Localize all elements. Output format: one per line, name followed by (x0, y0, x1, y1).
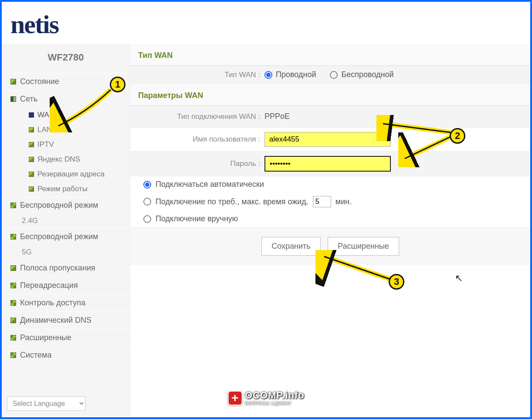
sidebar-sub-label: LAN (37, 125, 52, 134)
sidebar-menu: Состояние Сеть WAN LAN IPTV (2, 73, 130, 393)
device-model: WF2780 (2, 44, 130, 73)
square-icon (10, 335, 16, 341)
watermark-sub: ВОПРОСЫ АДМИНУ (245, 401, 305, 406)
sidebar-sub-label: Режим работы (37, 185, 88, 193)
square-icon (10, 79, 16, 84)
row-wan-type: Тип WAN : Проводной Беспроводной (130, 66, 530, 84)
square-icon (29, 127, 34, 132)
square-icon (29, 186, 34, 192)
square-icon (10, 283, 16, 288)
password-input[interactable] (264, 156, 391, 172)
radio-label: Проводной (276, 70, 316, 79)
sidebar: WF2780 Состояние Сеть WAN LAN (2, 44, 130, 416)
square-icon (29, 172, 34, 177)
sidebar-sub-address-reservation[interactable]: Резервация адреса (2, 167, 130, 182)
radio-wireless[interactable]: Беспроводной (330, 70, 393, 79)
radio-icon (143, 198, 151, 206)
sidebar-sub-label: Резервация адреса (37, 170, 105, 178)
square-icon (29, 157, 34, 162)
conn-type-select[interactable]: PPPoE (264, 110, 290, 123)
sidebar-label: Расширенные (20, 333, 71, 342)
radio-manual-connect[interactable]: Подключение вручную (130, 211, 530, 227)
radio-wired[interactable]: Проводной (264, 70, 316, 79)
radio-label: Подключение вручную (156, 214, 238, 223)
radio-icon (330, 71, 338, 79)
square-icon (10, 265, 16, 271)
radio-icon (264, 71, 272, 79)
radio-on-demand[interactable]: Подключение по треб., макс. время ожид. … (130, 193, 530, 211)
sidebar-sub-yandex-dns[interactable]: Яндекс DNS (2, 152, 130, 167)
square-icon (10, 352, 16, 358)
sidebar-sub-wan[interactable]: WAN (2, 108, 130, 122)
sidebar-label: Беспроводной режим (20, 232, 98, 241)
row-conn-type: Тип подключения WAN : PPPoE (130, 106, 530, 128)
header: netis (2, 2, 530, 44)
sidebar-sub-label: IPTV (37, 140, 54, 149)
sidebar-label: Беспроводной режим (20, 201, 98, 210)
sidebar-item-wireless-24[interactable]: Беспроводной режим (2, 196, 130, 214)
cursor-icon: ↖ (455, 273, 463, 284)
annotation-badge-2: 2 (450, 128, 465, 144)
sidebar-sub-5g[interactable]: 5G (2, 245, 130, 259)
sidebar-sub-iptv[interactable]: IPTV (2, 137, 130, 152)
radio-label: Подключаться автоматически (156, 180, 264, 189)
sidebar-item-ddns[interactable]: Динамический DNS (2, 311, 130, 329)
radio-auto-connect[interactable]: Подключаться автоматически (130, 176, 530, 193)
sidebar-label: Сеть (20, 95, 37, 103)
unit-label: мин. (335, 197, 352, 206)
sidebar-item-network[interactable]: Сеть (2, 90, 130, 108)
sidebar-sub-label: Яндекс DNS (37, 155, 80, 163)
label-conn-type: Тип подключения WAN : (138, 112, 264, 121)
sidebar-item-advanced[interactable]: Расширенные (2, 329, 130, 346)
logo: netis (10, 10, 522, 40)
row-password: Пароль : (130, 152, 530, 176)
section-wan-type: Тип WAN (130, 44, 530, 66)
plus-icon: + (227, 391, 242, 405)
sidebar-label: Система (20, 351, 52, 359)
square-icon (10, 203, 16, 208)
radio-icon (143, 181, 151, 189)
sidebar-label: Полоса пропускания (20, 264, 95, 272)
radio-label: Беспроводной (341, 70, 393, 79)
watermark: + OCOMP.info ВОПРОСЫ АДМИНУ (227, 390, 305, 406)
square-icon (29, 112, 34, 118)
sidebar-sub-24g[interactable]: 2.4G (2, 214, 130, 228)
watermark-main: OCOMP.info (245, 390, 305, 401)
square-icon (10, 234, 16, 240)
sidebar-label: Контроль доступа (20, 298, 85, 307)
idle-time-input[interactable] (313, 196, 331, 207)
sidebar-item-forwarding[interactable]: Переадресация (2, 277, 130, 294)
save-button[interactable]: Сохранить (261, 237, 320, 256)
annotation-badge-3: 3 (389, 274, 404, 290)
square-icon (10, 300, 16, 306)
annotation-badge-1: 1 (110, 77, 125, 92)
sidebar-item-access-control[interactable]: Контроль доступа (2, 294, 130, 311)
label-username: Имя пользователя : (138, 135, 264, 144)
language-select[interactable]: Select Language (7, 396, 85, 411)
square-icon (29, 142, 34, 147)
radio-icon (143, 215, 151, 223)
username-input[interactable] (264, 132, 391, 147)
square-icon (10, 318, 16, 323)
label-wan-type: Тип WAN : (138, 71, 264, 79)
row-username: Имя пользователя : (130, 128, 530, 152)
sidebar-label: Состояние (20, 77, 59, 86)
sidebar-item-bandwidth[interactable]: Полоса пропускания (2, 259, 130, 277)
sidebar-label: Переадресация (20, 281, 78, 290)
label-password: Пароль : (138, 159, 264, 168)
button-row: Сохранить Расширенные (130, 227, 530, 265)
advanced-button[interactable]: Расширенные (328, 237, 399, 256)
square-icon (10, 96, 16, 102)
section-wan-params: Параметры WAN (130, 84, 530, 106)
sidebar-label: Динамический DNS (20, 316, 91, 324)
sidebar-item-wireless-5[interactable]: Беспроводной режим (2, 228, 130, 245)
radio-label: Подключение по треб., макс. время ожид. (156, 197, 308, 206)
sidebar-sub-label: WAN (37, 111, 54, 119)
sidebar-sub-lan[interactable]: LAN (2, 122, 130, 137)
main-content: Тип WAN Тип WAN : Проводной Беспроводной… (130, 44, 530, 416)
sidebar-item-system[interactable]: Система (2, 346, 130, 364)
sidebar-sub-op-mode[interactable]: Режим работы (2, 182, 130, 196)
